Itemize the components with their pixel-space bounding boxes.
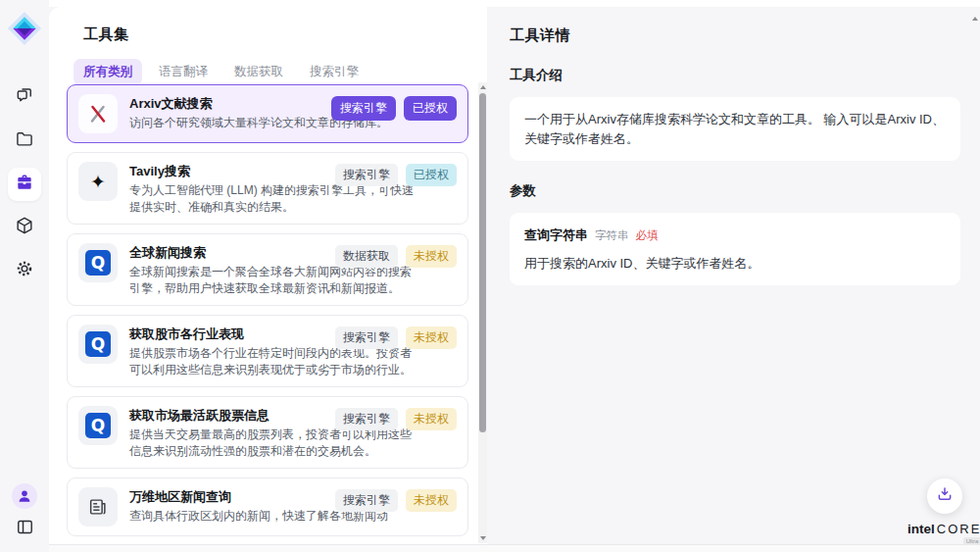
tool-icon: ✦ Q (78, 94, 118, 133)
chat-icon (15, 86, 34, 110)
sidebar-item-models[interactable] (8, 211, 41, 244)
category-badge: 搜索引擎 (335, 326, 398, 349)
page-title: 工具集 (83, 25, 487, 44)
q-logo-icon: Q (85, 250, 111, 276)
top-strip (49, 0, 980, 7)
auth-status-badge: 未授权 (406, 245, 457, 268)
tool-detail-panel: 工具详情 工具介绍 一个用于从Arxiv存储库搜索科学论文和文章的工具。 输入可… (487, 7, 980, 544)
tool-badges: 搜索引擎 已授权 (335, 164, 457, 186)
tool-badges: 搜索引擎 已授权 (331, 96, 457, 121)
q-logo-icon: Q (85, 413, 111, 438)
tool-list: ✦ Q Arxiv文献搜索 访问各个研究领域大量科学论文和文章的存储库。 搜索引… (67, 84, 468, 544)
tool-badges: 搜索引擎 未授权 (335, 489, 457, 512)
sidebar-item-chat[interactable] (8, 81, 41, 115)
intro-card: 一个用于从Arxiv存储库搜索科学论文和文章的工具。 输入可以是Arxiv ID… (510, 97, 960, 161)
category-badge: 数据获取 (335, 245, 398, 268)
toolset-panel: 工具集 所有类别 语言翻译 数据获取 搜索引擎 ✦ Q Arxiv文献搜索 访问… (49, 7, 487, 544)
params-heading: 参数 (510, 182, 960, 200)
tool-card[interactable]: ✦ Q Tavily搜索 专为人工智能代理 (LLM) 构建的搜索引擎工具，可快… (67, 152, 468, 225)
parameter-required-flag: 必填 (636, 227, 659, 244)
sidebar-nav (8, 81, 41, 287)
tool-icon: ✦ Q (78, 487, 118, 527)
sidebar-item-files[interactable] (8, 125, 41, 158)
tool-card[interactable]: ✦ Q 万维地区新闻查询 查询具体行政区划内的新闻，快速了解各地新闻动 搜索引擎… (67, 477, 468, 536)
tool-description: 提供股票市场各个行业在特定时间段内的表现。投资者可以利用这些信息来识别表现优于或… (129, 345, 416, 377)
tool-card[interactable]: ✦ Q 全球新闻搜索 全球新闻搜索是一个聚合全球各大新闻网站内容的搜索引擎，帮助… (67, 233, 468, 306)
tool-icon: ✦ Q (78, 325, 118, 364)
sidebar-item-settings[interactable] (8, 254, 41, 287)
tool-card[interactable]: ✦ Q 获取股市各行业表现 提供股票市场各个行业在特定时间段内的表现。投资者可以… (67, 315, 468, 387)
auth-status-badge: 未授权 (406, 408, 457, 430)
tool-badges: 搜索引擎 未授权 (335, 408, 457, 430)
person-icon (17, 488, 32, 504)
arxiv-logo-icon (87, 103, 109, 125)
download-icon (936, 485, 954, 507)
cube-icon (15, 216, 34, 239)
tool-badges: 搜索引擎 未授权 (335, 326, 457, 349)
panel-layout-icon (16, 518, 34, 540)
page-scroll-up-icon[interactable] (972, 17, 978, 21)
category-badge: 搜索引擎 (331, 96, 396, 121)
auth-status-badge: 未授权 (406, 489, 457, 512)
tool-icon: ✦ Q (78, 406, 118, 445)
tool-description: 全球新闻搜索是一个聚合全球各大新闻网站内容的搜索引擎，帮助用户快速获取全球最新资… (129, 264, 416, 296)
parameter-description: 用于搜索的Arxiv ID、关键字或作者姓名。 (524, 254, 946, 274)
auth-status-badge: 已授权 (406, 164, 457, 186)
category-badge: 搜索引擎 (335, 489, 398, 512)
category-tab[interactable]: 语言翻译 (149, 59, 218, 85)
intel-core-logo: intel CORE Ultra (907, 522, 980, 545)
parameter-name: 查询字符串 (524, 226, 588, 245)
parameter-card: 查询字符串 字符串 必填 用于搜索的Arxiv ID、关键字或作者姓名。 (510, 213, 960, 285)
tool-description: 提供当天交易量最高的股票列表，投资者可以利用这些信息来识别流动性强的股票和潜在的… (129, 427, 416, 459)
tool-description: 专为人工智能代理 (LLM) 构建的搜索引擎工具，可快速提供实时、准确和真实的结… (129, 182, 416, 215)
category-tab[interactable]: 数据获取 (224, 59, 293, 85)
category-tabs: 所有类别 语言翻译 数据获取 搜索引擎 (74, 59, 487, 85)
tool-badges: 数据获取 未授权 (335, 245, 457, 268)
sidebar (0, 0, 49, 552)
ultra-badge: Ultra (963, 537, 980, 545)
intel-wordmark: intel (907, 522, 935, 536)
core-wordmark: CORE (937, 522, 980, 536)
toolbox-icon (15, 173, 34, 196)
tool-icon: ✦ Q (78, 243, 118, 282)
bottom-strip (0, 544, 980, 552)
auth-status-badge: 未授权 (406, 326, 457, 349)
category-tab[interactable]: 所有类别 (74, 59, 142, 85)
tool-card[interactable]: ✦ Q 获取市场最活跃股票信息 提供当天交易量最高的股票列表，投资者可以利用这些… (67, 396, 468, 469)
tool-card[interactable]: ✦ Q Arxiv文献搜索 访问各个研究领域大量科学论文和文章的存储库。 搜索引… (67, 84, 468, 143)
scroll-down-arrow-icon[interactable] (478, 533, 487, 543)
intro-text: 一个用于从Arxiv存储库搜索科学论文和文章的工具。 输入可以是Arxiv ID… (524, 112, 945, 146)
scrollbar-thumb[interactable] (479, 93, 486, 432)
parameter-type: 字符串 (595, 227, 629, 244)
category-tab[interactable]: 搜索引擎 (300, 59, 368, 85)
auth-status-badge: 已授权 (404, 96, 457, 121)
list-scrollbar[interactable] (478, 82, 487, 543)
tool-icon: ✦ Q (78, 162, 118, 201)
category-badge: 搜索引擎 (335, 408, 398, 430)
intro-heading: 工具介绍 (510, 67, 960, 84)
user-avatar[interactable] (12, 483, 37, 509)
newspaper-icon (87, 496, 109, 518)
sidebar-item-toolbox[interactable] (8, 168, 41, 201)
app-logo-icon[interactable] (7, 11, 42, 46)
download-button[interactable] (927, 478, 962, 514)
q-logo-icon: Q (85, 331, 111, 357)
category-badge: 搜索引擎 (335, 164, 398, 186)
settings-icon (15, 259, 34, 282)
folder-icon (15, 129, 34, 153)
scroll-up-arrow-icon[interactable] (478, 82, 487, 92)
detail-title: 工具详情 (510, 26, 960, 45)
star-icon: ✦ (90, 173, 106, 191)
collapse-panel-button[interactable] (13, 517, 36, 540)
